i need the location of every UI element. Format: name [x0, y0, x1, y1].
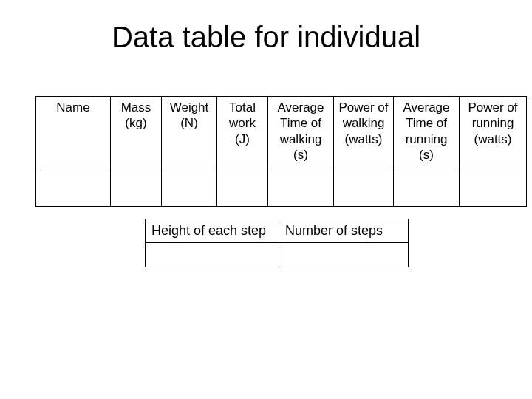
col-header-power-run: Power of running (watts): [460, 97, 527, 166]
cell-avg-run-time: [394, 166, 460, 207]
cell-weight: [162, 166, 217, 207]
cell-name: [36, 166, 111, 207]
table-header-row: Name Mass (kg) Weight (N) Total work (J)…: [36, 97, 527, 166]
cell-mass: [111, 166, 162, 207]
col-header-avg-walk-time: Average Time of walking (s): [268, 97, 334, 166]
cell-avg-walk-time: [268, 166, 334, 207]
sub-data-table: Height of each step Number of steps: [145, 219, 409, 267]
page-title: Data table for individual: [0, 0, 532, 54]
col-header-name: Name: [36, 97, 111, 166]
col-header-power-walk: Power of walking (watts): [334, 97, 394, 166]
table-row: [36, 166, 527, 207]
cell-power-walk: [334, 166, 394, 207]
col-header-avg-run-time: Average Time of running (s): [394, 97, 460, 166]
table-header-row: Height of each step Number of steps: [146, 219, 409, 243]
col-header-total-work: Total work (J): [217, 97, 268, 166]
table-row: [146, 242, 409, 267]
col-header-num-steps: Number of steps: [279, 219, 409, 243]
cell-num-steps: [279, 242, 409, 267]
cell-total-work: [217, 166, 268, 207]
col-header-step-height: Height of each step: [146, 219, 279, 243]
cell-step-height: [146, 242, 279, 267]
main-data-table: Name Mass (kg) Weight (N) Total work (J)…: [35, 96, 527, 207]
col-header-mass: Mass (kg): [111, 97, 162, 166]
cell-power-run: [460, 166, 527, 207]
col-header-weight: Weight (N): [162, 97, 217, 166]
